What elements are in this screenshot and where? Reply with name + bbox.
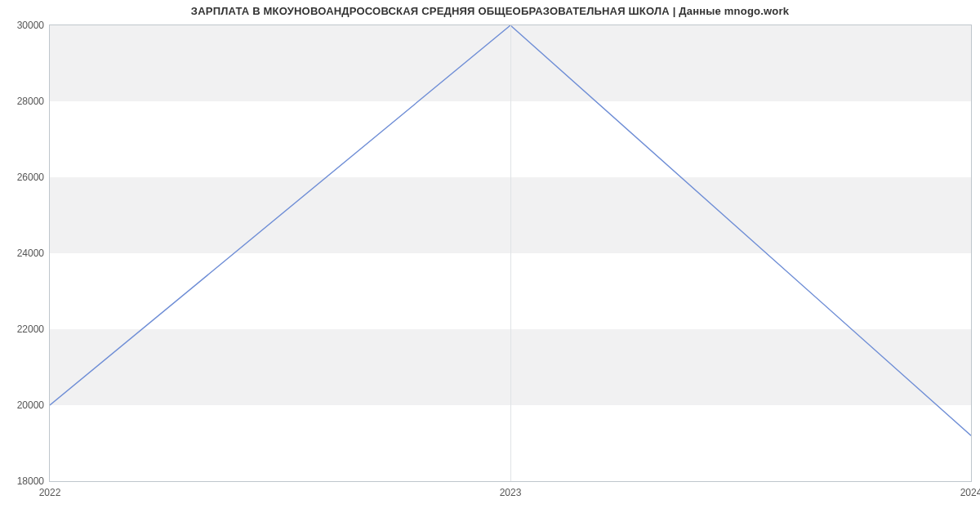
chart-title: ЗАРПЛАТА В МКОУНОВОАНДРОСОВСКАЯ СРЕДНЯЯ … — [0, 5, 980, 17]
y-tick-label: 18000 — [3, 475, 44, 487]
y-tick-label: 28000 — [3, 96, 44, 107]
y-tick-label: 30000 — [3, 20, 44, 31]
y-tick-label: 26000 — [3, 172, 44, 183]
y-tick-label: 24000 — [3, 248, 44, 259]
y-tick-label: 20000 — [3, 399, 44, 411]
chart-container: ЗАРПЛАТА В МКОУНОВОАНДРОСОВСКАЯ СРЕДНЯЯ … — [0, 0, 980, 531]
x-tick-label: 2024 — [960, 487, 980, 498]
plot-area — [49, 25, 972, 482]
gridline-vertical — [510, 25, 511, 481]
x-tick-label: 2023 — [500, 487, 522, 498]
x-tick-label: 2022 — [39, 487, 61, 498]
y-tick-label: 22000 — [3, 324, 44, 335]
